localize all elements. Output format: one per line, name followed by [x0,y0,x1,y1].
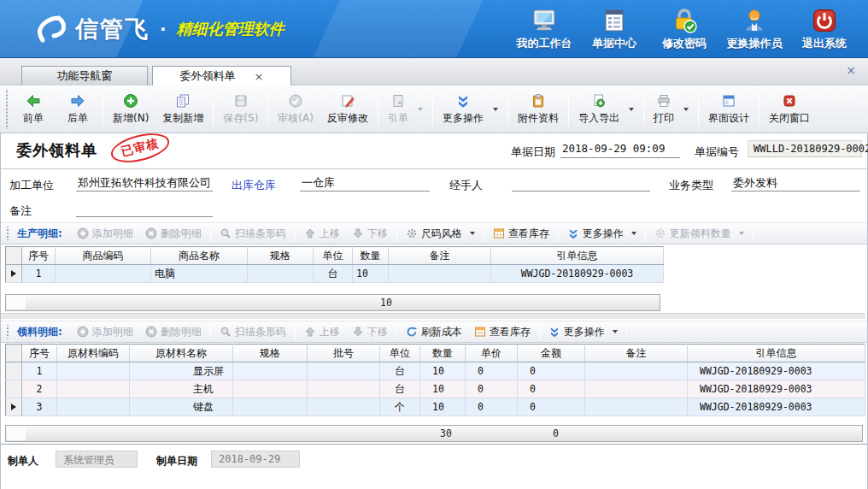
prev-doc-button[interactable]: 前单 [11,90,56,128]
import-export-button[interactable]: 导入导出 [572,90,641,128]
print-button[interactable]: 打印 [647,90,695,128]
section-separator [645,226,646,241]
remark-field[interactable] [76,200,213,217]
dropdown-caret-icon [739,232,744,235]
add-circle-gray-icon [77,227,89,239]
gear-icon [406,227,418,239]
column-header[interactable]: 商品名称 [151,247,248,265]
column-header[interactable]: 备注 [389,247,491,265]
column-header[interactable]: 原材料名称 [130,345,233,362]
dropdown-caret-icon[interactable] [683,108,689,111]
column-header[interactable]: 单价 [466,345,518,362]
row-pointer-icon [11,404,16,410]
column-header[interactable]: 规格 [233,345,308,362]
column-header[interactable]: 批号 [308,345,380,362]
material-more-actions-button[interactable]: 更多操作 [542,322,624,342]
production-update-qty-button: 更新领料数量 [648,224,750,244]
banner-item-doc-center[interactable]: 单据中心 [579,7,649,51]
warehouse-field[interactable]: 一仓库 [300,174,430,191]
ui-design-button[interactable]: 界面设计 [701,90,756,128]
column-header[interactable]: 单位 [314,247,353,265]
tab-outsource-material-doc[interactable]: 委外领料单 × [152,66,291,85]
production-table: 序号 商品编码 商品名称 规格 单位 数量 备注 引单信息 1 电脑 台 10 … [5,246,664,283]
move-up-icon [304,326,316,338]
production-view-stock-button[interactable]: 查看库存 [487,224,555,244]
production-hscrollbar[interactable] [1,313,865,319]
column-header[interactable]: 金额 [518,345,585,362]
pull-doc-button: 引单 [381,90,430,128]
make-date-field: 2018-09-29 [211,451,300,468]
table-row[interactable]: 3 键盘 个 10 0 0 WWJGD-20180929-0003 [6,398,865,416]
unapprove-edit-button[interactable]: 反审修改 [320,90,375,128]
dropdown-caret-icon[interactable] [493,108,498,111]
copy-new-button[interactable]: 复制新增 [155,90,210,128]
banner-item-exit-system[interactable]: 退出系统 [789,7,859,51]
material-view-stock-button[interactable]: 查看库存 [468,322,537,342]
attachments-button[interactable]: 附件资料 [511,90,566,128]
tab-nav-window[interactable]: 功能导航窗 [21,66,148,85]
production-section-label: 生产明细: [17,227,62,241]
toolbar-separator [507,92,508,127]
more-actions-button[interactable]: 更多操作 [436,90,505,128]
banner-item-workstation[interactable]: 我的工作台 [509,7,579,51]
column-header[interactable]: 引单信息 [688,345,865,362]
column-header[interactable]: 规格 [248,247,314,265]
close-window-button[interactable]: 关闭窗口 [762,90,817,128]
dropdown-caret-icon[interactable] [613,330,618,333]
stock-table-icon [493,227,505,239]
edit-red-pencil-icon [340,93,355,109]
processor-field[interactable]: 郑州亚拓软件科技有限公司 [76,174,213,191]
row-pointer-icon [11,270,16,277]
table-row[interactable]: 1 显示屏 台 10 0 0 WWJGD-20180929-0003 [6,362,865,380]
table-row[interactable]: 2 主机 台 10 0 0 WWJGD-20180929-0003 [6,380,865,398]
handler-field[interactable] [512,174,650,191]
approve-check-icon [288,93,303,109]
column-header[interactable]: 引单信息 [491,247,664,265]
material-refresh-cost-button[interactable]: 刷新成本 [400,322,468,342]
app-logo: 信管飞 · 精细化管理软件 [32,12,284,46]
current-row-indicator [6,265,22,283]
column-header[interactable]: 序号 [22,247,56,265]
production-delete-row-button: 删除明细 [139,224,208,244]
column-header[interactable]: 数量 [420,345,466,362]
column-header[interactable]: 单位 [380,345,420,362]
tab-close-icon[interactable]: × [255,70,264,83]
grid-bottom-line [1,444,867,445]
brand-dot: · [160,19,167,39]
dropdown-caret-icon[interactable] [631,232,636,235]
printer-icon [656,93,672,109]
make-date-label: 制单日期 [156,454,197,468]
banner-item-change-password[interactable]: 修改密码 [649,7,719,51]
column-header[interactable]: 商品编码 [56,247,151,265]
remove-circle-gray-icon [145,227,157,239]
section-separator [484,226,484,241]
production-size-style-button[interactable]: 尺码风格 [400,224,481,244]
column-header[interactable]: 数量 [353,247,389,265]
production-more-actions-button[interactable]: 更多操作 [561,224,642,244]
lock-check-icon [671,7,698,34]
dropdown-caret-icon[interactable] [629,108,634,111]
tabstrip-close-icon[interactable]: × [846,63,856,77]
warehouse-link[interactable]: 出库仓库 [232,178,276,193]
add-circle-icon [123,93,138,109]
remark-label: 备注 [9,203,32,219]
biz-type-field[interactable]: 委外发料 [731,174,860,191]
tab-strip: 功能导航窗 委外领料单 × × [0,58,868,85]
doc-date-field[interactable]: 2018-09-29 09:09 [560,141,680,158]
dropdown-caret-icon[interactable] [470,232,475,235]
stock-table-icon [474,326,486,338]
toolbar-separator [103,92,103,127]
new-doc-button[interactable]: 新增(N) [106,90,155,128]
power-exit-icon [811,7,838,34]
column-header[interactable]: 备注 [585,345,688,362]
copy-icon [175,93,191,109]
material-summary-bar: 30 0 [5,425,863,442]
refresh-icon [406,326,418,338]
document-area: 委外领料单 已审核 单据日期 2018-09-29 09:09 单据编号 WWL… [0,133,868,489]
approved-stamp: 已审核 [108,128,172,168]
banner-item-switch-operator[interactable]: 更换操作员 [719,7,789,51]
table-row[interactable]: 1 电脑 台 10 WWJGD-20180929-0003 [6,265,664,283]
next-doc-button[interactable]: 后单 [56,90,100,128]
column-header[interactable]: 序号 [22,345,57,362]
column-header[interactable]: 原材料编码 [57,345,130,362]
